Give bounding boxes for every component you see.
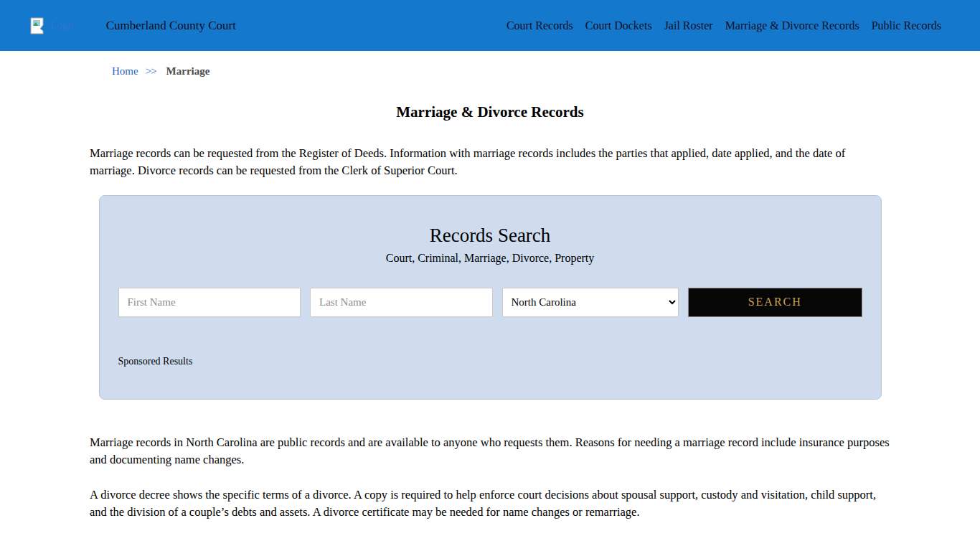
nav-jail-roster[interactable]: Jail Roster bbox=[664, 19, 713, 32]
logo-link[interactable]: Logo bbox=[29, 17, 73, 35]
site-title: Cumberland County Court bbox=[106, 19, 236, 33]
logo-alt-text: Logo bbox=[50, 19, 73, 32]
nav-court-dockets[interactable]: Court Dockets bbox=[585, 19, 652, 32]
records-search-title: Records Search bbox=[118, 225, 862, 247]
nav-court-records[interactable]: Court Records bbox=[507, 19, 573, 32]
state-select[interactable]: North Carolina bbox=[502, 288, 679, 317]
breadcrumb: Home >> Marriage bbox=[112, 65, 980, 77]
intro-paragraph: Marriage records can be requested from t… bbox=[90, 145, 890, 179]
marriage-records-paragraph: Marriage records in North Carolina are p… bbox=[90, 434, 890, 468]
nav-public-records[interactable]: Public Records bbox=[872, 19, 941, 32]
broken-image-icon bbox=[29, 17, 47, 35]
top-nav-bar: Logo Cumberland County Court Court Recor… bbox=[0, 0, 980, 51]
search-form-row: North Carolina SEARCH bbox=[118, 288, 862, 317]
breadcrumb-current: Marriage bbox=[166, 65, 210, 77]
breadcrumb-separator: >> bbox=[146, 65, 156, 77]
divorce-decree-paragraph: A divorce decree shows the specific term… bbox=[90, 486, 890, 521]
records-search-panel: Records Search Court, Criminal, Marriage… bbox=[99, 195, 882, 400]
main-nav: Court Records Court Dockets Jail Roster … bbox=[507, 19, 941, 32]
page-title: Marriage & Divorce Records bbox=[0, 103, 980, 121]
sponsored-results-label: Sponsored Results bbox=[118, 356, 862, 367]
search-button[interactable]: SEARCH bbox=[688, 288, 862, 317]
nav-marriage-divorce-records[interactable]: Marriage & Divorce Records bbox=[725, 19, 859, 32]
first-name-input[interactable] bbox=[118, 288, 301, 317]
records-search-subtitle: Court, Criminal, Marriage, Divorce, Prop… bbox=[118, 252, 862, 265]
last-name-input[interactable] bbox=[310, 288, 493, 317]
breadcrumb-home-link[interactable]: Home bbox=[112, 65, 138, 77]
